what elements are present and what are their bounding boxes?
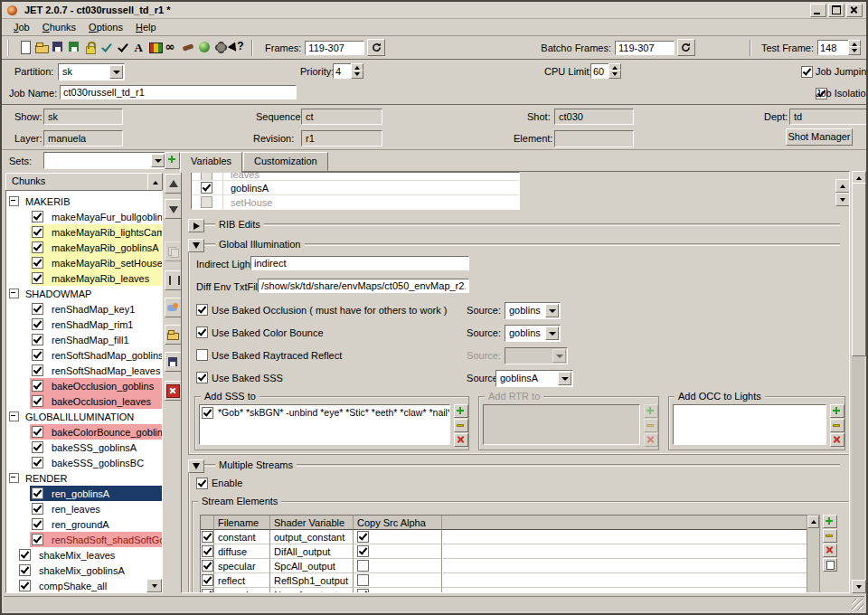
tree-item-renShadSoft_shadSoftGoblinsA[interactable]: renShadSoft_shadSoftGoblinsA [6,532,162,547]
batch-frames-input[interactable] [615,41,675,55]
table-row-normals[interactable]: normalsNorm1_output [201,588,807,593]
list-item-leaves[interactable]: leaves [192,173,519,181]
table-row-specular[interactable]: specularSpcAll_output [201,559,807,573]
checkbox[interactable] [32,364,43,376]
tree-item-bakeSSS_goblinsA[interactable]: bakeSSS_goblinsA [6,440,162,455]
sphere-button[interactable] [196,39,212,57]
checkbox[interactable] [32,487,43,499]
tree-item-ren_leaves[interactable]: ren_leaves [6,501,162,516]
checkbox[interactable] [32,241,43,253]
tree-row-body[interactable]: renShadMap_rim1 [30,317,162,332]
checkbox[interactable] [202,589,213,593]
tree-scroll-up-button[interactable] [147,173,163,192]
delete-row-button[interactable] [823,544,837,557]
checkbox[interactable] [32,226,43,238]
chevron-down-icon[interactable] [151,154,165,167]
tree-row-body[interactable]: makeMayaRib_setHouse [30,255,163,270]
collapse-section-button[interactable] [188,239,204,252]
tree-row-body[interactable]: makeMayaRib_leaves [30,270,162,286]
move-up-button[interactable] [165,174,182,194]
checkbox[interactable] [19,564,31,576]
tree-item-renShadMap_fill1[interactable]: renShadMap_fill1 [6,332,162,347]
table-row-reflect[interactable]: reflectReflSph1_output [201,573,807,588]
tree-row-body[interactable]: bakeSSS_goblinsA [30,440,162,455]
stream-elements-table[interactable]: FilenameShader VariableCopy Src Alphacon… [200,515,807,593]
open-button[interactable] [165,325,182,345]
job-jumping-checkbox[interactable] [801,66,813,78]
tree-item-renSoftShadMap_goblinsA[interactable]: renSoftShadMap_goblinsA [6,347,162,363]
checkbox[interactable] [32,503,43,515]
tree-item-bakeSSS_goblinsBC[interactable]: bakeSSS_goblinsBC [6,455,162,470]
tree-item-makeMayaRib_leaves[interactable]: makeMayaRib_leaves [6,270,162,286]
delete-button[interactable] [165,381,182,401]
table-row-constant[interactable]: constantoutput_constant [201,530,807,544]
use-baked-checkbox[interactable] [196,349,208,361]
spin-down-icon[interactable] [351,70,363,79]
tree-row-body[interactable]: ren_goblinsA [30,486,162,501]
scrollbar-thumb[interactable] [852,183,866,356]
enable-checkbox[interactable] [196,478,208,489]
toolbar-grip[interactable] [7,40,13,56]
test-frame-input[interactable] [817,40,850,55]
spin-down-icon[interactable] [848,46,861,55]
context-help-button[interactable] [229,39,245,57]
checkbox[interactable] [202,407,213,419]
add-occ-list[interactable] [673,404,826,445]
resize-grip[interactable] [852,599,863,610]
checkbox[interactable] [32,272,43,284]
tree-expander-icon[interactable] [9,196,19,206]
lock-button[interactable] [82,39,99,57]
chevron-down-icon[interactable] [109,65,123,79]
scroll-down-button[interactable] [852,580,866,593]
tab-variables[interactable]: Variables [180,152,242,173]
spell-check-button[interactable] [99,39,115,57]
tree-group-SHADOWMAP[interactable]: SHADOWMAP [6,286,162,301]
checkbox[interactable] [32,426,43,438]
tree-expander-icon[interactable] [9,289,19,298]
tree-item-shakeMix_leaves[interactable]: shakeMix_leaves [6,547,162,563]
use-baked-checkbox[interactable] [196,372,208,383]
checkbox[interactable] [202,574,213,586]
menu-item-job[interactable]: Job [7,20,36,34]
partition-select[interactable]: sk [58,63,125,80]
save-all-button[interactable] [66,39,82,57]
delete-button[interactable] [454,433,468,447]
tree-group-MAKERIB[interactable]: MAKERIB [6,194,162,209]
checkbox[interactable] [32,395,43,407]
render-cloud-button[interactable] [165,298,182,317]
open-button[interactable] [33,39,50,57]
checkbox[interactable] [357,560,369,572]
job-name-input[interactable] [60,85,297,99]
checkbox[interactable] [32,257,43,269]
chevron-down-icon[interactable] [545,304,559,317]
tree-row-body[interactable]: renShadSoft_shadSoftGoblinsA [30,532,163,547]
list-item-setHouse[interactable]: setHouse [192,195,519,210]
tree-item-bakeOcclusion_goblins[interactable]: bakeOcclusion_goblins [6,378,162,393]
checkbox[interactable] [202,560,213,572]
tree-item-makeMayaRib_goblinsA[interactable]: makeMayaRib_goblinsA [6,240,162,255]
tree-row-body[interactable]: bakeColorBounce_goblins [30,424,163,440]
tree-item-bakeOcclusion_leaves[interactable]: bakeOcclusion_leaves [6,393,162,409]
batch-frames-refresh-button[interactable] [677,39,695,56]
checkbox[interactable] [32,457,43,468]
checkbox[interactable] [357,589,369,593]
checkbox[interactable] [32,334,43,345]
delete-button[interactable] [830,433,844,447]
tree-item-shakeMix_goblinsA[interactable]: shakeMix_goblinsA [6,563,162,578]
checkbox[interactable] [19,580,31,591]
checkbox[interactable] [357,545,369,557]
tree-item-renShadMap_rim1[interactable]: renShadMap_rim1 [6,317,162,332]
tree-row-body[interactable]: makeMayaRib_lightsCam [30,224,163,240]
checkbox[interactable] [32,380,43,392]
use-baked-checkbox[interactable] [196,326,208,338]
diff-env-txtfile-input[interactable] [258,279,469,293]
tree-item-bakeColorBounce_goblins[interactable]: bakeColorBounce_goblins [6,424,162,440]
source-select[interactable]: goblins [505,302,561,319]
save-button[interactable] [165,352,182,372]
gear-button[interactable] [212,39,229,57]
checkbox[interactable] [202,545,213,557]
tree-item-compShake_all[interactable]: compShake_all [6,578,162,593]
checkbox[interactable] [32,441,43,453]
tree-row-body[interactable]: ren_leaves [30,501,162,516]
shot-manager-button[interactable]: Shot Manager [786,128,853,146]
